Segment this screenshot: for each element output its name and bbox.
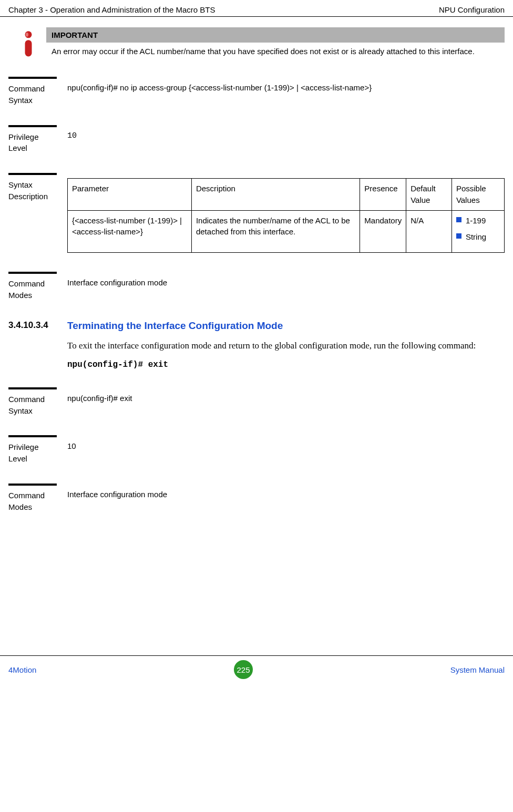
th-parameter: Parameter — [68, 179, 192, 211]
square-bullet-icon — [456, 217, 461, 222]
section-title: Terminating the Interface Configuration … — [67, 320, 283, 332]
possible-value-1: 1-199 — [466, 215, 486, 227]
section-code: npu(config-if)# exit — [8, 360, 505, 369]
command-syntax-label: Command Syntax — [8, 77, 57, 106]
page-number-badge: 225 — [234, 660, 253, 679]
th-description: Description — [191, 179, 360, 211]
svg-rect-1 — [25, 40, 32, 56]
th-presence: Presence — [360, 179, 406, 211]
syntax-description-label: Syntax Description — [8, 173, 57, 253]
header-right: NPU Configuration — [439, 5, 505, 14]
command-modes-value-2: Interface configuration mode — [67, 484, 505, 513]
page-content: IMPORTANT An error may occur if the ACL … — [0, 17, 513, 540]
page-header: Chapter 3 - Operation and Administration… — [0, 0, 513, 17]
command-syntax-row-2: Command Syntax npu(config-if)# exit — [8, 387, 505, 417]
syntax-table: Parameter Description Presence Default V… — [67, 178, 505, 253]
privilege-level-label-2: Privilege Level — [8, 435, 57, 465]
command-modes-label-2: Command Modes — [8, 484, 57, 513]
privilege-level-value: 10 — [67, 125, 505, 155]
command-modes-value: Interface configuration mode — [67, 272, 505, 301]
list-item: String — [456, 231, 500, 243]
footer-right: System Manual — [450, 665, 505, 674]
command-syntax-row: Command Syntax npu(config-if)# no ip acc… — [8, 77, 505, 106]
privilege-level-value-2: 10 — [67, 435, 505, 465]
important-callout: IMPORTANT An error may occur if the ACL … — [21, 27, 505, 58]
command-syntax-value: npu(config-if)# no ip access-group {<acc… — [67, 77, 505, 106]
td-presence: Mandatory — [360, 210, 406, 253]
info-icon — [21, 30, 36, 58]
th-default: Default Value — [406, 179, 452, 211]
svg-point-2 — [26, 33, 28, 37]
section-code-text: npu(config-if)# exit — [67, 360, 505, 369]
section-heading: 3.4.10.3.4 Terminating the Interface Con… — [8, 320, 505, 332]
important-text: An error may occur if the ACL number/nam… — [46, 46, 505, 57]
possible-value-2: String — [466, 231, 486, 243]
command-syntax-value-2: npu(config-if)# exit — [67, 387, 505, 417]
command-syntax-label-2: Command Syntax — [8, 387, 57, 417]
list-item: 1-199 — [456, 215, 500, 227]
td-parameter: {<access-list-number (1-199)> | <access-… — [68, 210, 192, 253]
square-bullet-icon — [456, 233, 461, 239]
command-modes-row: Command Modes Interface configuration mo… — [8, 272, 505, 301]
section-number: 3.4.10.3.4 — [8, 320, 57, 332]
page-footer: 4Motion 225 System Manual — [0, 655, 513, 687]
header-left: Chapter 3 - Operation and Administration… — [8, 5, 216, 14]
td-possible: 1-199 String — [452, 210, 504, 253]
td-default: N/A — [406, 210, 452, 253]
privilege-level-label: Privilege Level — [8, 125, 57, 155]
command-modes-row-2: Command Modes Interface configuration mo… — [8, 484, 505, 513]
important-title: IMPORTANT — [46, 27, 505, 43]
table-row: {<access-list-number (1-199)> | <access-… — [68, 210, 505, 253]
section-body-text: To exit the interface configuration mode… — [67, 339, 505, 353]
section-body: To exit the interface configuration mode… — [8, 339, 505, 353]
privilege-level-row-2: Privilege Level 10 — [8, 435, 505, 465]
footer-left: 4Motion — [8, 665, 36, 674]
command-modes-label: Command Modes — [8, 272, 57, 301]
td-description: Indicates the number/name of the ACL to … — [191, 210, 360, 253]
th-possible: Possible Values — [452, 179, 504, 211]
syntax-description-row: Syntax Description Parameter Description… — [8, 173, 505, 253]
privilege-level-row: Privilege Level 10 — [8, 125, 505, 155]
